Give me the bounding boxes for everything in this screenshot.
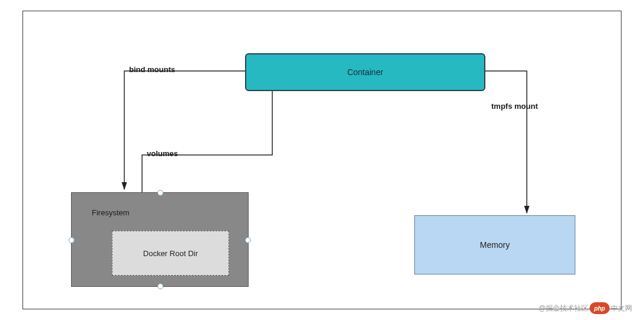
resize-handle-top[interactable] — [157, 190, 163, 196]
filesystem-node[interactable]: Firesystem Docker Root Dir — [71, 192, 249, 287]
php-badge-icon: php — [590, 302, 610, 314]
filesystem-label: Firesystem — [92, 208, 130, 217]
docker-root-dir-node: Docker Root Dir — [112, 231, 229, 276]
watermark-suffix: 中文网 — [611, 303, 632, 313]
watermark: @掘金技术社区 php 中文网 — [539, 302, 632, 314]
resize-handle-bottom[interactable] — [157, 283, 163, 289]
docker-root-dir-label: Docker Root Dir — [143, 249, 198, 258]
memory-label: Memory — [480, 240, 510, 250]
memory-node: Memory — [414, 215, 575, 274]
edge-label-volumes: volumes — [147, 149, 178, 158]
container-label: Container — [347, 67, 384, 77]
resize-handle-right[interactable] — [245, 237, 251, 243]
watermark-prefix: @掘金技术社区 — [539, 303, 588, 313]
edge-label-bind-mounts: bind mounts — [129, 65, 175, 74]
edge-label-tmpfs: tmpfs mount — [491, 102, 538, 111]
resize-handle-left[interactable] — [69, 237, 75, 243]
container-node: Container — [245, 53, 485, 91]
